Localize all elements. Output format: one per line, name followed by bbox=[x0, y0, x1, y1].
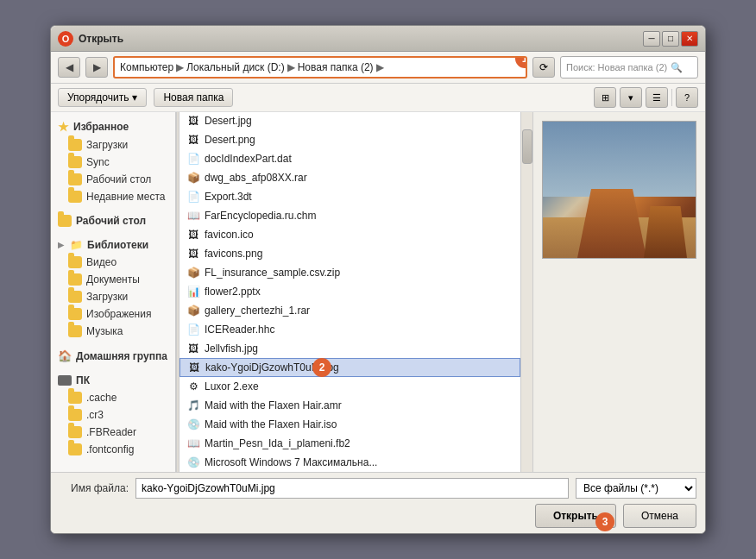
list-item[interactable]: ⚙Luxor 2.exe bbox=[180, 377, 520, 396]
file-name: FL_insurance_sample.csv.zip bbox=[205, 267, 340, 279]
file-name: Export.3dt bbox=[205, 191, 252, 203]
folder-icon bbox=[68, 392, 82, 404]
list-item[interactable]: 📖FarEncyclopedia.ru.chm bbox=[180, 206, 520, 225]
file-type-icon: 💿 bbox=[186, 418, 200, 431]
sidebar-item-pc[interactable]: ПК bbox=[51, 372, 175, 389]
address-box[interactable]: Компьютер ▶ Локальный диск (D:) ▶ Новая … bbox=[113, 56, 527, 79]
list-item[interactable]: 🖼Jellvfish.jpg bbox=[180, 339, 520, 358]
sidebar-item-desktop-root[interactable]: Рабочий стол bbox=[51, 212, 175, 229]
back-button[interactable]: ◀ bbox=[58, 57, 80, 78]
file-type-icon: ⚙ bbox=[186, 380, 200, 393]
search-icon: 🔍 bbox=[671, 62, 683, 73]
breadcrumb-computer: Компьютер bbox=[120, 61, 173, 73]
list-item[interactable]: 🖼Desert.jpg bbox=[180, 112, 520, 130]
sidebar-item-recent[interactable]: Недавние места bbox=[51, 188, 175, 205]
help-button[interactable]: ? bbox=[676, 87, 698, 108]
minimize-button[interactable]: ─ bbox=[643, 31, 660, 47]
filetype-select[interactable]: Все файлы (*.*) bbox=[576, 478, 696, 499]
file-type-icon: 📖 bbox=[186, 209, 200, 223]
refresh-button[interactable]: ⟳ bbox=[532, 57, 555, 78]
folder-icon bbox=[68, 173, 82, 185]
list-item[interactable]: 🖼favicons.png bbox=[180, 244, 520, 263]
file-list-scroll[interactable]: 🖼Desert.jpg🖼Desert.png📄docIdIndexPart.da… bbox=[180, 112, 520, 472]
file-name: Martin_Pesn_Ida_i_plameni.fb2 bbox=[205, 437, 350, 449]
vertical-scrollbar[interactable] bbox=[520, 112, 532, 472]
view-grid-button[interactable]: ⊞ bbox=[594, 87, 616, 108]
file-name: ICEReader.hhc bbox=[205, 323, 274, 336]
sidebar-item-desktop[interactable]: Рабочий стол bbox=[51, 171, 175, 188]
search-placeholder: Поиск: Новая папка (2) bbox=[566, 62, 667, 72]
desktop-section: Рабочий стол bbox=[51, 212, 175, 229]
list-item[interactable]: 📊flower2.pptx bbox=[180, 282, 520, 301]
list-item[interactable]: 🎵Maid with the Flaxen Hair.amr bbox=[180, 396, 520, 415]
filename-label: Имя файла: bbox=[60, 482, 129, 494]
folder-icon bbox=[68, 256, 82, 268]
preview-rock2 bbox=[644, 206, 687, 258]
sidebar-item-homegroup[interactable]: 🏠 Домашняя группа bbox=[51, 347, 175, 365]
sidebar-item-fbreader[interactable]: .FBReader bbox=[51, 424, 175, 441]
sidebar-item-documents[interactable]: Документы bbox=[51, 271, 175, 288]
sidebar-item-images[interactable]: Изображения bbox=[51, 305, 175, 323]
forward-button[interactable]: ▶ bbox=[85, 57, 108, 78]
dialog-title: Открыть bbox=[79, 33, 643, 45]
list-item[interactable]: 💿Maid with the Flaxen Hair.iso bbox=[180, 415, 520, 434]
file-name: gallery_chertezhi_1.rar bbox=[205, 305, 310, 317]
sort-button[interactable]: Упорядочить ▾ bbox=[58, 88, 147, 107]
bottom-bar: Имя файла: Все файлы (*.*) Открыть Отмен… bbox=[51, 472, 705, 533]
list-item[interactable]: 📄Export.3dt bbox=[180, 187, 520, 206]
list-item[interactable]: 📖Martin_Pesn_Ida_i_plameni.fb2 bbox=[180, 434, 520, 453]
file-type-icon: 📦 bbox=[186, 171, 200, 185]
left-panel: ★ Избранное Загрузки Sync Рабочий стол bbox=[51, 112, 176, 472]
folder-icon bbox=[68, 325, 82, 337]
sidebar-item-video[interactable]: Видео bbox=[51, 254, 175, 271]
list-item[interactable]: 🖼Desert.png bbox=[180, 130, 520, 149]
sidebar-item-sync[interactable]: Sync bbox=[51, 154, 175, 171]
sidebar-item-music[interactable]: Музыка bbox=[51, 323, 175, 340]
favorites-header: ★ Избранное bbox=[51, 117, 175, 136]
sidebar-item-downloads2[interactable]: Загрузки bbox=[51, 288, 175, 305]
file-type-icon: 🖼 bbox=[186, 133, 200, 147]
toolbar-right: ⊞ ▾ ☰ ? bbox=[594, 87, 698, 108]
search-box[interactable]: Поиск: Новая папка (2) 🔍 bbox=[560, 56, 698, 79]
file-type-icon: 📖 bbox=[186, 437, 200, 450]
new-folder-label: Новая папка bbox=[163, 91, 224, 104]
sidebar-item-cr3[interactable]: .cr3 bbox=[51, 406, 175, 424]
list-item[interactable]: 💿Microsoft Windows 7 Максимальна... bbox=[180, 453, 520, 472]
view-list-button[interactable]: ▾ bbox=[620, 87, 642, 108]
sidebar-item-downloads[interactable]: Загрузки bbox=[51, 136, 175, 154]
filename-input[interactable] bbox=[135, 478, 569, 499]
folder-icon bbox=[68, 139, 82, 151]
file-type-icon: 🖼 bbox=[186, 114, 200, 128]
preview-sky bbox=[543, 122, 696, 197]
cancel-button[interactable]: Отмена bbox=[623, 504, 696, 528]
favorites-section: ★ Избранное Загрузки Sync Рабочий стол bbox=[51, 117, 175, 205]
toolbar-sep bbox=[671, 89, 672, 106]
sidebar-item-cache[interactable]: .cache bbox=[51, 389, 175, 406]
help-icon: ? bbox=[684, 92, 690, 103]
maximize-button[interactable]: □ bbox=[662, 31, 679, 47]
file-name: FarEncyclopedia.ru.chm bbox=[205, 210, 316, 222]
file-type-icon: 📄 bbox=[186, 190, 200, 204]
file-type-icon: 🖼 bbox=[187, 361, 201, 374]
close-button[interactable]: ✕ bbox=[681, 31, 698, 47]
folder-icon bbox=[68, 156, 82, 168]
folder-icon bbox=[68, 291, 82, 303]
badge-1: 1 bbox=[515, 56, 527, 68]
desktop-icon bbox=[58, 215, 72, 227]
list-item[interactable]: 📦gallery_chertezhi_1.rar bbox=[180, 301, 520, 320]
new-folder-button[interactable]: Новая папка bbox=[154, 88, 233, 107]
scroll-thumb[interactable] bbox=[522, 129, 532, 164]
list-item[interactable]: 🖼kako-YgoiDjGzowhT0uMi.jpg2 bbox=[180, 358, 520, 377]
list-item[interactable]: 📄ICEReader.hhc bbox=[180, 320, 520, 339]
file-type-icon: 🖼 bbox=[186, 247, 200, 261]
list-item[interactable]: 📄docIdIndexPart.dat bbox=[180, 149, 520, 168]
sidebar-item-fontconfig[interactable]: .fontconfig bbox=[51, 441, 175, 458]
action-row: Открыть Отмена 3 bbox=[60, 504, 696, 528]
opera-icon: O bbox=[58, 31, 73, 47]
star-icon: ★ bbox=[58, 120, 69, 134]
list-item[interactable]: 🖼favicon.ico bbox=[180, 225, 520, 244]
list-item[interactable]: 📦dwg_abs_afp08XX.rar bbox=[180, 168, 520, 187]
list-item[interactable]: 📦FL_insurance_sample.csv.zip bbox=[180, 263, 520, 282]
main-content: ★ Избранное Загрузки Sync Рабочий стол bbox=[51, 112, 705, 472]
view-details-button[interactable]: ☰ bbox=[646, 87, 668, 108]
